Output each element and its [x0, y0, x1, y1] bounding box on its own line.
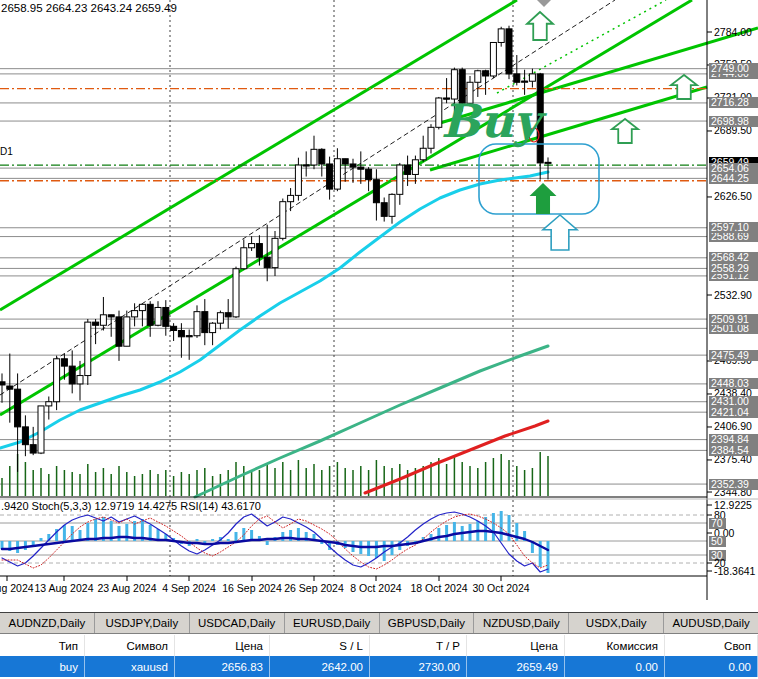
candle-body — [194, 312, 200, 336]
symbol-tab-usdjpy[interactable]: USDJPY,Daily — [95, 613, 190, 633]
candle-body — [288, 195, 294, 201]
orders-table-header: ТипСимволЦенаS / LT / PЦенаКомиссияСвоп — [0, 635, 758, 656]
orders-row-cell[interactable]: 0.00 — [565, 656, 665, 677]
price-tick-label: 2406.90 — [714, 421, 752, 432]
orders-row-cell[interactable]: 0.00 — [665, 656, 758, 677]
price-tick-label: 2689.50 — [714, 125, 752, 136]
channel-line — [0, 0, 517, 310]
indicator-level-label: 50 — [709, 536, 726, 547]
candle-body — [264, 257, 270, 267]
sr-level-label: 2431.00 — [709, 396, 758, 407]
candle-body — [514, 74, 520, 82]
orders-col-header[interactable]: Символ — [85, 635, 175, 656]
candle-body — [311, 149, 317, 165]
candle-body — [412, 160, 418, 175]
candle-body — [100, 315, 106, 325]
candle-body — [233, 269, 239, 317]
candle-body — [61, 359, 67, 366]
candle-body — [389, 194, 395, 216]
orders-col-header[interactable]: Своп — [665, 635, 758, 656]
symbol-tab-gbpusd[interactable]: GBPUSD,Daily — [380, 613, 475, 633]
date-tick-label: 8 Oct 2024 — [350, 582, 401, 594]
candle-body — [7, 386, 13, 389]
candle-body — [93, 322, 99, 325]
orders-col-header[interactable]: Тип — [0, 635, 85, 656]
candle-body — [77, 376, 83, 384]
candle-body — [54, 359, 60, 402]
sr-level-label: 2568.42 — [709, 252, 758, 263]
candle-body — [202, 312, 208, 333]
orders-row-cell[interactable]: 2659.49 — [467, 656, 565, 677]
target-up-arrow-icon — [527, 12, 553, 40]
date-tick-label: 2 Aug 2024 — [0, 582, 34, 594]
date-tick-label: 13 Aug 2024 — [35, 582, 94, 594]
orders-row-cell[interactable]: buy — [0, 656, 85, 677]
symbol-tab-usdcad[interactable]: USDCAD,Daily — [190, 613, 285, 633]
candle-body — [529, 74, 535, 81]
candle-body — [108, 315, 114, 317]
pointer-up-arrow-icon — [543, 215, 577, 250]
orders-row-cell[interactable]: xauusd — [85, 656, 175, 677]
candle-body — [116, 317, 122, 346]
candle-body — [171, 326, 177, 330]
symbol-tab-bar: AUDNZD,DailyUSDJPY,DailyUSDCAD,DailyEURU… — [0, 612, 758, 634]
candle-body — [295, 165, 301, 195]
candle-body — [217, 313, 223, 323]
orders-col-header[interactable]: Комиссия — [565, 635, 665, 656]
orders-row-cell[interactable]: 2656.83 — [175, 656, 270, 677]
orders-col-header[interactable]: Цена — [467, 635, 565, 656]
candle-body — [334, 159, 340, 189]
candle-body — [272, 238, 278, 267]
channel-line — [0, 0, 692, 415]
sr-level-label: 2384.54 — [709, 445, 758, 456]
candle-body — [69, 366, 75, 384]
symbol-tab-audusd[interactable]: AUDUSD,Daily — [664, 613, 758, 633]
symbol-tab-nzdusd[interactable]: NZDUSD,Daily — [474, 613, 569, 633]
candle-body — [475, 71, 481, 83]
candle-body — [428, 127, 434, 148]
candle-body — [0, 382, 5, 385]
price-tick-label: 2532.90 — [714, 290, 752, 301]
price-tick-label: 2626.50 — [714, 191, 752, 202]
channel-line — [497, 0, 666, 93]
candle-body — [319, 149, 325, 164]
symbol-tab-audnzd[interactable]: AUDNZD,Daily — [0, 613, 95, 633]
symbol-tab-eurusd[interactable]: EURUSD,Daily — [285, 613, 380, 633]
date-tick-label: 23 Aug 2024 — [98, 582, 157, 594]
candle-body — [15, 389, 21, 427]
sr-level-label: 2749.00 — [709, 63, 758, 74]
orders-col-header[interactable]: Цена — [175, 635, 270, 656]
orders-row-cell[interactable]: 2730.00 — [370, 656, 467, 677]
symbol-tab-usdx[interactable]: USDX,Daily — [569, 613, 664, 633]
candle-body — [381, 203, 387, 217]
chart-canvas[interactable] — [0, 0, 758, 610]
target-up-arrow-icon — [612, 119, 638, 143]
sr-level-label: 2558.29 — [709, 263, 758, 274]
candle-body — [366, 169, 372, 179]
orders-col-header[interactable]: S / L — [270, 635, 370, 656]
candle-body — [506, 29, 512, 74]
ma-fast-line — [0, 172, 548, 448]
scroll-marker-icon — [537, 0, 551, 7]
channel-line — [0, 0, 615, 395]
sr-level-label: 2654.06 — [709, 163, 758, 174]
orders-col-header[interactable]: T / P — [370, 635, 467, 656]
date-tick-label: 26 Sep 2024 — [284, 582, 344, 594]
ma-long-line — [365, 421, 548, 493]
candle-body — [85, 322, 91, 375]
candle-body — [46, 402, 52, 406]
indicator-values-label: .9420 Stoch(5,3,3) 12.9719 14.4275 RSI(1… — [1, 500, 261, 512]
candle-body — [132, 311, 138, 317]
candle-body — [373, 180, 379, 203]
candle-body — [241, 248, 247, 269]
candle-body — [22, 427, 28, 445]
candle-body — [147, 304, 153, 325]
candle-body — [155, 307, 161, 325]
sr-level-label: 2698.98 — [709, 116, 758, 127]
candle-body — [327, 164, 333, 189]
sr-level-label: 2597.10 — [709, 222, 758, 233]
open-position-row[interactable]: buyxauusd2656.832642.002730.002659.490.0… — [0, 656, 758, 677]
orders-row-cell[interactable]: 2642.00 — [270, 656, 370, 677]
candle-body — [256, 244, 262, 258]
candle-body — [30, 445, 36, 453]
